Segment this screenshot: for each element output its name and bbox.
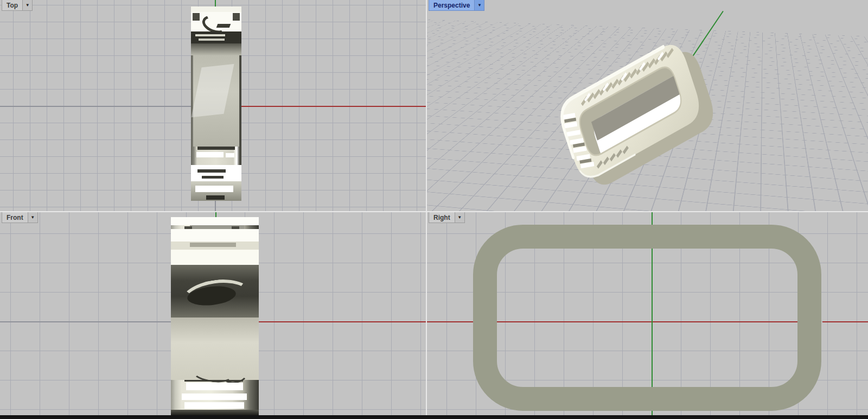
window-bottom-edge xyxy=(0,415,868,419)
top-x-axis-negative xyxy=(0,106,191,107)
right-y-axis-negative-segment xyxy=(427,321,473,322)
chevron-down-icon[interactable]: ▼ xyxy=(22,0,32,10)
right-z-axis-bottom-segment xyxy=(652,411,653,415)
viewport-tab-front[interactable]: Front ▼ xyxy=(2,212,38,223)
front-z-axis xyxy=(215,212,216,217)
viewport-title-front[interactable]: Front xyxy=(2,212,28,223)
model-right-view xyxy=(473,225,821,411)
top-y-axis-negative xyxy=(215,201,216,211)
viewport-title-top[interactable]: Top xyxy=(2,0,22,10)
viewport-title-right[interactable]: Right xyxy=(429,212,455,223)
chevron-down-icon[interactable]: ▼ xyxy=(474,0,484,10)
viewport-right[interactable]: Right ▼ xyxy=(427,212,868,415)
model-perspective-view xyxy=(427,0,868,211)
viewport-tab-top[interactable]: Top ▼ xyxy=(2,0,33,11)
viewport-front[interactable]: Front ▼ xyxy=(0,212,426,415)
chevron-down-icon[interactable]: ▼ xyxy=(455,212,464,223)
viewport-title-perspective[interactable]: Perspective xyxy=(429,0,474,10)
application-window: Top ▼ xyxy=(0,0,868,419)
viewport-perspective[interactable]: Perspective ▼ xyxy=(427,0,868,211)
front-x-axis-negative xyxy=(0,321,171,322)
viewport-tab-right[interactable]: Right ▼ xyxy=(429,212,465,223)
right-y-axis-segment xyxy=(822,321,868,322)
viewport-top[interactable]: Top ▼ xyxy=(0,0,426,211)
right-z-axis-top-segment xyxy=(652,212,653,225)
model-front-view xyxy=(171,217,259,415)
viewport-tab-perspective[interactable]: Perspective ▼ xyxy=(429,0,484,11)
model-top-view xyxy=(191,7,241,201)
front-x-axis xyxy=(259,321,426,322)
chevron-down-icon[interactable]: ▼ xyxy=(28,212,37,223)
top-y-axis xyxy=(215,0,216,7)
top-x-axis xyxy=(241,106,426,107)
